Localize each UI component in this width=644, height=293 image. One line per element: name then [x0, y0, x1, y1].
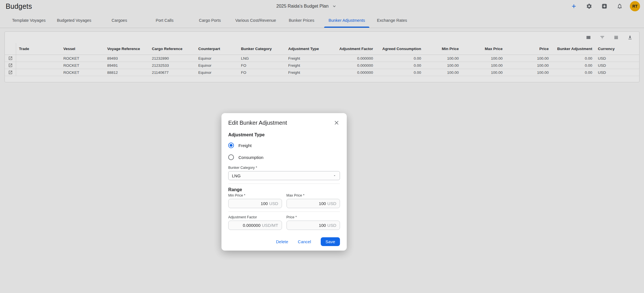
price-group: Price * 100 USD: [287, 215, 340, 230]
price-field[interactable]: 100 USD: [287, 221, 340, 230]
save-button[interactable]: Save: [321, 237, 340, 246]
delete-button[interactable]: Delete: [276, 239, 288, 244]
bunker-category-label: Bunker Category *: [228, 166, 340, 170]
radio-freight-control: [228, 143, 234, 148]
caret-down-icon: [333, 174, 336, 177]
min-price-value: 100: [261, 201, 268, 206]
max-price-unit: USD: [327, 201, 336, 206]
radio-consumption[interactable]: Consumption: [228, 154, 263, 161]
range-heading: Range: [228, 187, 340, 192]
adjustment-factor-label: Adjustment Factor: [228, 215, 282, 219]
max-price-label: Max Price *: [287, 193, 340, 197]
adjustment-factor-unit: USD/MT: [262, 223, 278, 228]
divider: [228, 212, 340, 212]
min-price-group: Min Price * 100 USD: [228, 193, 282, 208]
divider: [228, 184, 340, 184]
cancel-button[interactable]: Cancel: [298, 239, 311, 244]
max-price-group: Max Price * 100 USD: [287, 193, 340, 208]
max-price-value: 100: [319, 201, 326, 206]
adjustment-factor-value: 0.000000: [243, 223, 260, 228]
min-price-field[interactable]: 100 USD: [228, 199, 282, 208]
adjustment-factor-group: Adjustment Factor 0.000000 USD/MT: [228, 215, 282, 230]
price-value: 100: [319, 223, 326, 228]
radio-consumption-label: Consumption: [238, 155, 263, 160]
radio-consumption-control: [228, 154, 234, 160]
price-label: Price *: [287, 215, 340, 219]
edit-bunker-adjustment-dialog: Edit Bunker Adjustment Adjustment Type F…: [221, 113, 347, 251]
bunker-category-value: LNG: [232, 173, 241, 178]
close-button[interactable]: [333, 119, 340, 126]
adjustment-type-heading: Adjustment Type: [228, 132, 340, 137]
min-price-unit: USD: [269, 201, 278, 206]
price-unit: USD: [327, 223, 336, 228]
min-price-label: Min Price *: [228, 193, 282, 197]
max-price-field[interactable]: 100 USD: [287, 199, 340, 208]
close-icon: [334, 120, 339, 126]
dialog-title: Edit Bunker Adjustment: [228, 120, 287, 126]
bunker-category-select[interactable]: LNG: [228, 171, 340, 180]
radio-freight[interactable]: Freight: [228, 142, 252, 149]
radio-freight-label: Freight: [238, 143, 252, 148]
adjustment-factor-field[interactable]: 0.000000 USD/MT: [228, 221, 282, 230]
